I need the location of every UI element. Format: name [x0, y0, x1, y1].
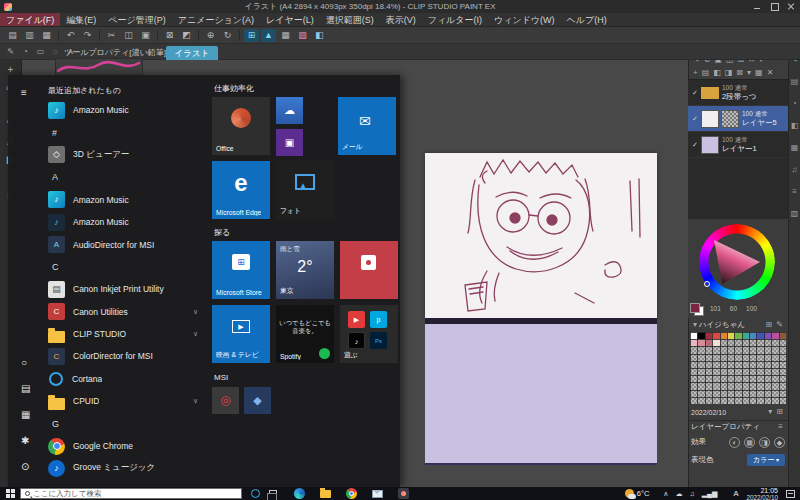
- color-set-date-name[interactable]: 2022/02/10: [691, 409, 726, 416]
- weather-tile[interactable]: 雨と雪 2° 東京: [276, 241, 334, 299]
- start-app-item[interactable]: Amazon Music: [48, 189, 204, 211]
- search-input[interactable]: [33, 489, 213, 498]
- start-app-item[interactable]: C: [48, 256, 204, 278]
- start-app-item[interactable]: 最近追加されたもの: [48, 81, 204, 99]
- separator[interactable]: [99, 30, 100, 41]
- menu-item[interactable]: フィルター(I): [422, 13, 488, 26]
- start-app-item[interactable]: AudioDirector for MSI: [48, 233, 204, 255]
- separator[interactable]: [198, 30, 199, 41]
- navigator-panel-tab[interactable]: ≡: [792, 187, 797, 196]
- zoom-icon[interactable]: ⊕: [203, 29, 218, 42]
- menu-item[interactable]: ページ管理(P): [102, 13, 171, 26]
- color-swatch[interactable]: [779, 332, 786, 339]
- color-set-grid-icon[interactable]: ⊞: [766, 320, 773, 330]
- color-swatch[interactable]: [697, 339, 704, 346]
- chevron-down-icon[interactable]: ∨: [193, 330, 198, 338]
- expression-color-icon[interactable]: ◆: [774, 437, 785, 448]
- grid-icon[interactable]: ▦: [278, 29, 293, 42]
- color-swatch[interactable]: [734, 332, 741, 339]
- brush-size-panel-tab[interactable]: ◔: [792, 99, 797, 108]
- close-button[interactable]: [783, 0, 800, 13]
- color-swatch[interactable]: [690, 339, 697, 346]
- hue-marker[interactable]: [704, 281, 710, 287]
- start-app-item[interactable]: G: [48, 412, 204, 434]
- palette-dock-icon[interactable]: ◧: [312, 29, 327, 42]
- movies-tv-tile[interactable]: 映画 & テレビ: [212, 305, 270, 363]
- spotify-tile[interactable]: いつでもどこでも音楽を。 Spotify: [276, 305, 334, 363]
- taskbar-search[interactable]: [20, 488, 242, 499]
- start-button[interactable]: [6, 489, 10, 493]
- layer-row[interactable]: 100 通常 レイヤー5: [688, 106, 788, 132]
- file-explorer-taskbar-icon[interactable]: [320, 490, 331, 498]
- canvas-tab[interactable]: イラスト: [166, 46, 218, 60]
- expression-color-dropdown[interactable]: カラー: [747, 454, 785, 466]
- onenote-tile[interactable]: [276, 129, 303, 156]
- extract-line-icon[interactable]: ◨: [759, 437, 770, 448]
- tone-effect-icon[interactable]: ▦: [744, 437, 755, 448]
- canvas-page-sketch[interactable]: [425, 153, 657, 318]
- color-swatch[interactable]: [720, 332, 727, 339]
- transfer-layer-icon[interactable]: ◨: [725, 68, 733, 78]
- paste-icon[interactable]: ▣: [138, 29, 153, 42]
- minimize-button[interactable]: [749, 0, 766, 13]
- menu-item[interactable]: 編集(E): [60, 13, 102, 26]
- material-icon[interactable]: ▧: [295, 29, 310, 42]
- chevron-down-icon[interactable]: ∨: [193, 397, 198, 405]
- new-layer-icon[interactable]: +: [693, 68, 698, 78]
- layer-row[interactable]: 100 通常 2段帯っつ: [688, 80, 788, 106]
- start-app-item[interactable]: Amazon Music: [48, 211, 204, 233]
- start-app-item[interactable]: Google Chrome: [48, 435, 204, 457]
- user-account-icon[interactable]: ○: [21, 357, 27, 369]
- audio-tray-icon[interactable]: ♫: [689, 490, 694, 498]
- network-tray-icon[interactable]: ▂▄▆: [702, 490, 718, 498]
- color-set-add-icon[interactable]: ⊞: [776, 407, 783, 417]
- action-center-icon[interactable]: [786, 490, 795, 498]
- marker-subtool-icon[interactable]: ▭: [34, 46, 47, 58]
- start-app-item[interactable]: Canon Utilities ∨: [48, 301, 204, 323]
- snap-ruler-icon[interactable]: ⊞: [244, 29, 259, 42]
- photos-tile[interactable]: フォト: [276, 161, 334, 219]
- layer-visibility-icon[interactable]: [690, 89, 700, 97]
- task-view-icon[interactable]: [269, 490, 277, 498]
- layer-visibility-icon[interactable]: [690, 115, 700, 123]
- separator[interactable]: [239, 30, 240, 41]
- taskbar-clock[interactable]: 21:05 2022/02/10: [746, 487, 778, 500]
- open-file-icon[interactable]: ▥: [22, 29, 37, 42]
- airbrush-subtool-icon[interactable]: ◌: [49, 46, 62, 58]
- color-swatch[interactable]: [749, 332, 756, 339]
- start-app-item[interactable]: CLIP STUDIO ∨: [48, 323, 204, 345]
- color-swatch[interactable]: [690, 332, 697, 339]
- brush-size-icon[interactable]: ◔: [19, 46, 32, 58]
- clear-layer-icon[interactable]: ✕: [767, 68, 774, 78]
- color-swatch[interactable]: [727, 332, 734, 339]
- tool-property-panel-tab[interactable]: ▤: [791, 77, 799, 86]
- start-app-item[interactable]: Canon Inkjet Print Utility: [48, 278, 204, 300]
- start-app-item[interactable]: ColorDirector for MSI: [48, 345, 204, 367]
- invert-selection-icon[interactable]: ◩: [179, 29, 194, 42]
- separator[interactable]: [58, 30, 59, 41]
- microsoft-store-tile[interactable]: Microsoft Store: [212, 241, 270, 299]
- canvas-page-lavender[interactable]: [425, 324, 657, 465]
- separator[interactable]: [157, 30, 158, 41]
- rotate-view-icon[interactable]: ↻: [220, 29, 235, 42]
- color-swatch[interactable]: [712, 339, 719, 346]
- start-app-item[interactable]: A: [48, 166, 204, 188]
- color-swatch[interactable]: [742, 332, 749, 339]
- color-swatch[interactable]: [712, 332, 719, 339]
- new-file-icon[interactable]: ▤: [5, 29, 20, 42]
- power-icon[interactable]: ⊙: [21, 461, 29, 473]
- save-file-icon[interactable]: ▦: [39, 29, 54, 42]
- tray-expand-icon[interactable]: ∧: [663, 490, 668, 498]
- color-swatch[interactable]: [705, 332, 712, 339]
- border-effect-icon[interactable]: ◐: [729, 437, 740, 448]
- new-folder-icon[interactable]: ▤: [702, 68, 710, 78]
- news-tile[interactable]: [340, 241, 398, 299]
- cut-icon[interactable]: ✂: [104, 29, 119, 42]
- menu-item[interactable]: 表示(V): [380, 13, 422, 26]
- start-app-item[interactable]: Cortana: [48, 368, 204, 390]
- menu-item[interactable]: ファイル(F): [0, 13, 60, 26]
- edge-tile[interactable]: Microsoft Edge: [212, 161, 270, 219]
- onedrive-tile[interactable]: [276, 97, 303, 124]
- clip-studio-taskbar-icon[interactable]: [398, 488, 409, 499]
- start-app-item[interactable]: 3D ビューアー: [48, 144, 204, 166]
